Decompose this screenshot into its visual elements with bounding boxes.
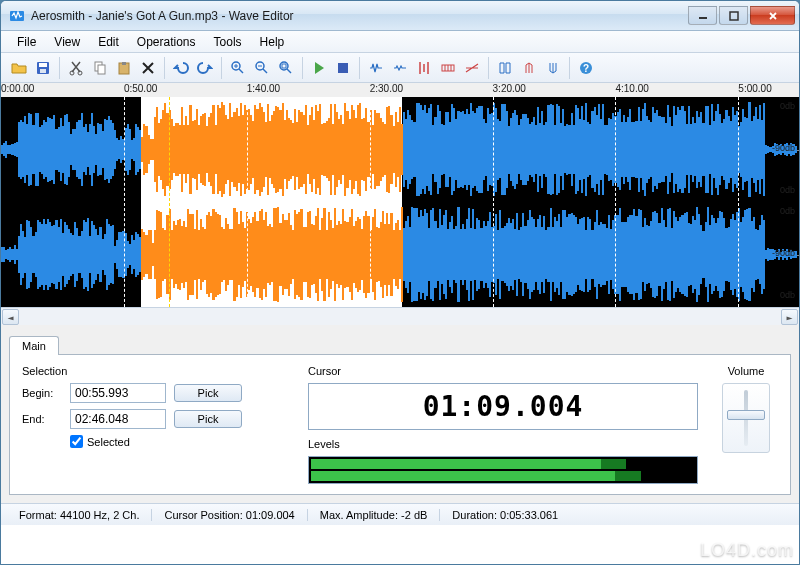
db-label: -90db: [772, 143, 795, 153]
menu-view[interactable]: View: [46, 33, 88, 51]
end-input[interactable]: [70, 409, 166, 429]
grid-line: [247, 97, 248, 307]
titlebar[interactable]: Aerosmith - Janie's Got A Gun.mp3 - Wave…: [1, 1, 799, 31]
waveform-canvas[interactable]: [1, 97, 799, 307]
status-cursor: Cursor Position: 01:09.004: [152, 509, 307, 521]
level-left: [311, 459, 626, 469]
ruler-tick: 5:00.00: [738, 83, 771, 94]
begin-input[interactable]: [70, 383, 166, 403]
cursor-line[interactable]: [169, 97, 170, 307]
save-button[interactable]: [31, 56, 55, 80]
play-button[interactable]: [307, 56, 331, 80]
menubar: File View Edit Operations Tools Help: [1, 31, 799, 53]
copy-button[interactable]: [88, 56, 112, 80]
menu-tools[interactable]: Tools: [206, 33, 250, 51]
ruler-tick: 0:00.00: [1, 83, 34, 94]
db-label: 0db: [780, 290, 795, 300]
waveform-area: 0:00.00 0:50.00 1:40.00 2:30.00 3:20.00 …: [1, 83, 799, 327]
effect-3-button[interactable]: [412, 56, 436, 80]
help-button[interactable]: ?: [574, 56, 598, 80]
ruler-tick: 2:30.00: [370, 83, 403, 94]
svg-rect-11: [122, 62, 126, 65]
zoom-fit-button[interactable]: [274, 56, 298, 80]
effect-6-button[interactable]: [493, 56, 517, 80]
ruler-tick: 3:20.00: [493, 83, 526, 94]
grid-line: [370, 97, 371, 307]
status-duration: Duration: 0:05:33.061: [440, 509, 570, 521]
zoom-out-button[interactable]: [250, 56, 274, 80]
window-controls: [688, 6, 795, 25]
waveform-channel-right: [1, 202, 799, 307]
db-label: -90db: [772, 248, 795, 258]
window: Aerosmith - Janie's Got A Gun.mp3 - Wave…: [0, 0, 800, 565]
volume-group: Volume: [714, 365, 778, 453]
grid-line: [738, 97, 739, 307]
cut-button[interactable]: [64, 56, 88, 80]
tab-main[interactable]: Main: [9, 336, 59, 355]
menu-help[interactable]: Help: [252, 33, 293, 51]
waveform-scrollbar[interactable]: ◄ ►: [1, 307, 799, 325]
svg-rect-1: [699, 17, 707, 19]
redo-button[interactable]: [193, 56, 217, 80]
cursor-group: Cursor 01:09.004 Levels: [308, 365, 698, 484]
level-right: [311, 471, 641, 481]
paste-button[interactable]: [112, 56, 136, 80]
effect-4-button[interactable]: [436, 56, 460, 80]
zoom-in-button[interactable]: [226, 56, 250, 80]
maximize-button[interactable]: [719, 6, 748, 25]
selection-group: Selection Begin: Pick End: Pick Selected: [22, 365, 292, 448]
db-label: 0db: [780, 206, 795, 216]
cursor-title: Cursor: [308, 365, 698, 377]
grid-line: [124, 97, 125, 307]
selection-title: Selection: [22, 365, 292, 377]
db-scale: 0db -90db 0db 0db -90db 0db: [769, 97, 797, 307]
effect-2-button[interactable]: [388, 56, 412, 80]
delete-button[interactable]: [136, 56, 160, 80]
volume-title: Volume: [714, 365, 778, 377]
selected-label[interactable]: Selected: [87, 436, 130, 448]
cursor-display: 01:09.004: [308, 383, 698, 430]
menu-operations[interactable]: Operations: [129, 33, 204, 51]
window-title: Aerosmith - Janie's Got A Gun.mp3 - Wave…: [31, 9, 688, 23]
ruler-tick: 1:40.00: [247, 83, 280, 94]
minimize-button[interactable]: [688, 6, 717, 25]
svg-rect-16: [338, 63, 348, 73]
time-ruler[interactable]: 0:00.00 0:50.00 1:40.00 2:30.00 3:20.00 …: [1, 83, 799, 97]
ruler-tick: 4:10.00: [615, 83, 648, 94]
menu-file[interactable]: File: [9, 33, 44, 51]
effect-5-button[interactable]: [460, 56, 484, 80]
scroll-right-button[interactable]: ►: [781, 309, 798, 325]
volume-thumb[interactable]: [727, 410, 765, 420]
svg-text:?: ?: [583, 63, 589, 74]
levels-title: Levels: [308, 438, 698, 450]
effect-7-button[interactable]: [517, 56, 541, 80]
scroll-left-button[interactable]: ◄: [2, 309, 19, 325]
db-label: 0db: [780, 101, 795, 111]
status-format: Format: 44100 Hz, 2 Ch.: [7, 509, 152, 521]
svg-rect-9: [98, 65, 105, 74]
begin-pick-button[interactable]: Pick: [174, 384, 242, 402]
end-pick-button[interactable]: Pick: [174, 410, 242, 428]
effect-8-button[interactable]: [541, 56, 565, 80]
undo-button[interactable]: [169, 56, 193, 80]
open-button[interactable]: [7, 56, 31, 80]
svg-rect-4: [39, 63, 47, 67]
effect-1-button[interactable]: [364, 56, 388, 80]
end-label: End:: [22, 413, 62, 425]
statusbar: Format: 44100 Hz, 2 Ch. Cursor Position:…: [1, 503, 799, 525]
menu-edit[interactable]: Edit: [90, 33, 127, 51]
svg-rect-15: [282, 64, 286, 68]
tab-content: Selection Begin: Pick End: Pick Selected: [9, 354, 791, 495]
app-icon: [9, 8, 25, 24]
svg-rect-5: [40, 69, 46, 73]
stop-button[interactable]: [331, 56, 355, 80]
toolbar: ?: [1, 53, 799, 83]
tab-strip: Main: [9, 335, 791, 354]
waveform-channel-left: [1, 97, 799, 202]
svg-point-14: [280, 62, 288, 70]
volume-slider[interactable]: [722, 383, 770, 453]
begin-label: Begin:: [22, 387, 62, 399]
status-amplitude: Max. Amplitude: -2 dB: [308, 509, 441, 521]
selected-checkbox[interactable]: [70, 435, 83, 448]
close-button[interactable]: [750, 6, 795, 25]
